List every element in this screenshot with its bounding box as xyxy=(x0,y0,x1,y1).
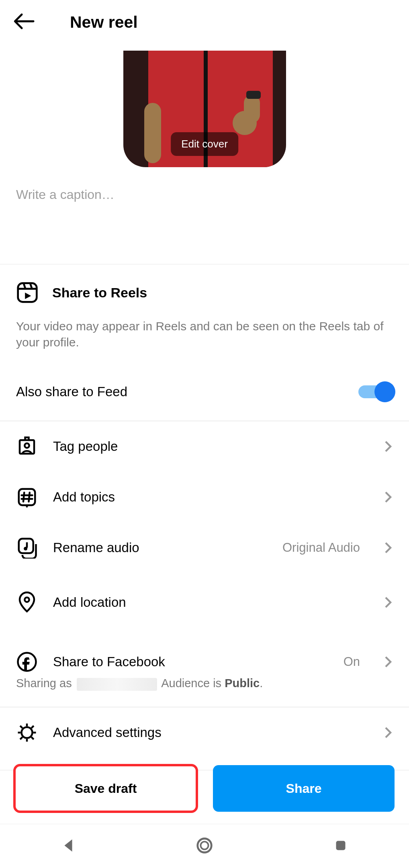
fb-sub-prefix: Sharing as xyxy=(16,677,72,690)
svg-rect-10 xyxy=(336,841,346,850)
add-location-row[interactable]: Add location xyxy=(0,573,409,632)
chevron-right-icon xyxy=(381,655,395,669)
advanced-settings-row[interactable]: Advanced settings xyxy=(0,707,409,758)
svg-point-7 xyxy=(22,727,33,738)
reel-cover-preview[interactable]: Edit cover xyxy=(123,51,286,167)
back-arrow-icon[interactable] xyxy=(12,10,35,35)
fb-account-name-redacted xyxy=(77,678,157,691)
add-location-label: Add location xyxy=(53,595,366,610)
also-share-to-feed-label: Also share to Feed xyxy=(16,384,127,399)
svg-point-1 xyxy=(25,444,29,448)
svg-rect-0 xyxy=(18,283,37,302)
fb-sub-suffix: . xyxy=(260,677,263,690)
save-draft-button[interactable]: Save draft xyxy=(14,765,197,812)
share-to-facebook-row[interactable]: Share to Facebook On xyxy=(0,632,409,682)
gear-icon xyxy=(16,722,38,743)
tag-people-row[interactable]: Tag people xyxy=(0,421,409,472)
rename-audio-row[interactable]: Rename audio Original Audio xyxy=(0,522,409,573)
share-button[interactable]: Share xyxy=(213,765,395,812)
also-share-to-feed-toggle[interactable] xyxy=(358,381,395,402)
share-to-reels-desc: Your video may appear in Reels and can b… xyxy=(16,318,393,350)
reels-icon xyxy=(16,281,39,304)
facebook-icon xyxy=(16,651,38,673)
location-pin-icon xyxy=(16,592,38,613)
tag-people-icon xyxy=(16,436,38,457)
share-to-reels-title: Share to Reels xyxy=(52,285,147,301)
share-to-facebook-subtext: Sharing as Audience is Public. xyxy=(0,677,409,706)
nav-home-button[interactable] xyxy=(195,836,214,856)
share-to-facebook-label: Share to Facebook xyxy=(53,654,328,669)
chevron-right-icon xyxy=(381,725,395,740)
audio-icon xyxy=(16,537,38,559)
add-topics-label: Add topics xyxy=(53,489,366,505)
svg-rect-2 xyxy=(19,489,35,506)
svg-point-9 xyxy=(200,841,208,849)
chevron-right-icon xyxy=(381,490,395,504)
page-title: New reel xyxy=(70,13,138,32)
advanced-settings-label: Advanced settings xyxy=(53,725,366,740)
caption-input[interactable] xyxy=(0,167,409,264)
rename-audio-value: Original Audio xyxy=(282,540,360,555)
edit-cover-button[interactable]: Edit cover xyxy=(171,132,238,156)
add-topics-row[interactable]: Add topics xyxy=(0,472,409,522)
svg-point-8 xyxy=(198,838,212,852)
share-to-facebook-value: On xyxy=(344,655,360,669)
fb-audience-value: Public xyxy=(225,677,260,690)
nav-back-button[interactable] xyxy=(59,836,78,856)
rename-audio-label: Rename audio xyxy=(53,540,267,555)
svg-point-5 xyxy=(25,598,29,602)
chevron-right-icon xyxy=(381,439,395,454)
nav-recents-button[interactable] xyxy=(331,836,350,856)
fb-audience-prefix: Audience is xyxy=(161,677,225,690)
svg-point-4 xyxy=(24,547,27,551)
chevron-right-icon xyxy=(381,540,395,555)
tag-people-label: Tag people xyxy=(53,439,366,454)
chevron-right-icon xyxy=(381,595,395,610)
hashtag-icon xyxy=(16,486,38,508)
also-share-to-feed-row: Also share to Feed xyxy=(0,367,409,421)
